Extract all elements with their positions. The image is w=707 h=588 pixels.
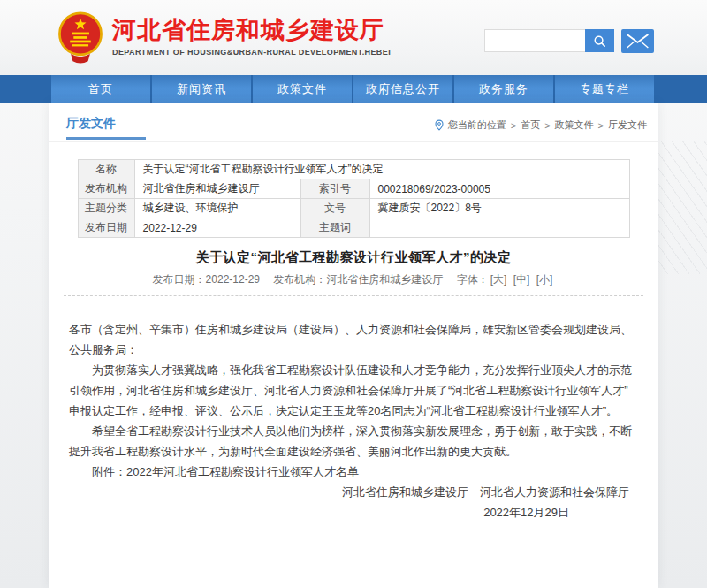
article-date: 2022年12月29日 xyxy=(69,502,638,523)
mail-icon xyxy=(626,33,650,50)
publisher-label: 发布机构： xyxy=(273,273,326,286)
nav-item-home[interactable]: 首页 xyxy=(51,75,150,103)
location-pin-icon xyxy=(435,119,444,131)
tab-department-documents[interactable]: 厅发文件 xyxy=(66,116,116,132)
meta-label-doc-number: 文号 xyxy=(300,199,369,218)
article-paragraph: 希望全省工程勘察设计行业技术人员以他们为榜样，深入贯彻落实新发展理念，勇于创新，… xyxy=(69,421,638,462)
meta-label-keywords: 主题词 xyxy=(300,218,369,238)
background-decoration xyxy=(658,141,707,274)
breadcrumb-policy[interactable]: 政策文件 xyxy=(555,118,594,132)
font-size-large-button[interactable]: [大] xyxy=(490,273,507,286)
content-card: 厅发文件 您当前的位置 > 首页 > 政策文件 > 厅发文件 名称 关于认定“河… xyxy=(49,103,658,588)
table-row: 发布日期 2022-12-29 主题词 xyxy=(78,218,629,238)
table-row: 发布机构 河北省住房和城乡建设厅 索引号 000218069/2023-0000… xyxy=(78,179,629,199)
tab-active-underline xyxy=(66,137,146,140)
meta-value-name: 关于认定“河北省工程勘察设计行业领军人才”的决定 xyxy=(134,160,629,179)
article-attachment: 附件：2022年河北省工程勘察设计行业领军人才名单 xyxy=(69,462,638,482)
meta-value-publish-date: 2022-12-29 xyxy=(134,218,300,238)
site-title: 河北省住房和城乡建设厅 xyxy=(112,18,391,44)
article-salutation: 各市（含定州、辛集市）住房和城乡建设局（建设局）、人力资源和社会保障局，雄安新区… xyxy=(69,319,638,360)
font-size-small-button[interactable]: [小] xyxy=(536,273,553,286)
mail-button[interactable] xyxy=(621,29,654,53)
meta-label-publish-date: 发布日期 xyxy=(78,218,134,238)
publish-date-label: 发布日期： xyxy=(153,273,206,286)
meta-value-publisher: 河北省住房和城乡建设厅 xyxy=(134,179,300,199)
font-size-medium-button[interactable]: [中] xyxy=(513,273,530,286)
breadcrumb-separator: > xyxy=(598,120,604,131)
search-input[interactable] xyxy=(484,29,585,52)
meta-value-doc-number: 冀建质安〔2022〕8号 xyxy=(369,199,629,218)
meta-value-index-number: 000218069/2023-00005 xyxy=(369,179,629,199)
search-button[interactable] xyxy=(585,29,614,52)
breadcrumb-prefix: 您当前的位置 xyxy=(448,118,506,132)
breadcrumb-home[interactable]: 首页 xyxy=(521,118,540,132)
article-title: 关于认定“河北省工程勘察设计行业领军人才”的决定 xyxy=(49,249,658,266)
document-meta-table: 名称 关于认定“河北省工程勘察设计行业领军人才”的决定 发布机构 河北省住房和城… xyxy=(78,159,630,238)
article-info-line: 发布日期：2022-12-29 发布机构：河北省住房和城乡建设厅 字体：[大] … xyxy=(49,272,658,287)
meta-label-publisher: 发布机构 xyxy=(78,179,134,199)
meta-label-category: 主题分类 xyxy=(78,199,134,218)
site-header: 河北省住房和城乡建设厅 DEPARTMENT OF HOUSING&URBAN-… xyxy=(0,0,707,75)
breadcrumb: 您当前的位置 > 首页 > 政策文件 > 厅发文件 xyxy=(435,118,647,132)
font-size-label: 字体： xyxy=(457,273,489,286)
national-emblem-icon xyxy=(55,10,106,65)
meta-value-category: 城乡建设、环境保护 xyxy=(134,199,300,218)
publisher-value: 河北省住房和城乡建设厅 xyxy=(326,273,443,286)
breadcrumb-separator: > xyxy=(544,120,550,131)
nav-item-services[interactable]: 政务服务 xyxy=(454,75,553,103)
article-body: 各市（含定州、辛集市）住房和城乡建设局（建设局）、人力资源和社会保障局，雄安新区… xyxy=(49,296,658,523)
meta-value-keywords xyxy=(369,218,629,238)
article-paragraph: 为贯彻落实人才强冀战略，强化我省工程勘察设计队伍建设和人才竞争能力，充分发挥行业… xyxy=(69,360,638,421)
table-row: 主题分类 城乡建设、环境保护 文号 冀建质安〔2022〕8号 xyxy=(78,199,629,218)
site-logo[interactable]: 河北省住房和城乡建设厅 DEPARTMENT OF HOUSING&URBAN-… xyxy=(55,10,391,65)
main-nav: 首页 新闻资讯 政策文件 政府信息公开 政务服务 专题专栏 xyxy=(0,75,707,103)
meta-label-index-number: 索引号 xyxy=(300,179,369,199)
site-subtitle: DEPARTMENT OF HOUSING&URBAN-RURAL DEVELO… xyxy=(112,48,391,57)
publish-date-value: 2022-12-29 xyxy=(206,273,260,286)
nav-item-policy[interactable]: 政策文件 xyxy=(253,75,352,103)
article-signature: 河北省住房和城乡建设厅 河北省人力资源和社会保障厅 xyxy=(69,482,638,502)
search-area xyxy=(484,29,654,52)
nav-item-gov-info[interactable]: 政府信息公开 xyxy=(354,75,452,103)
nav-item-special[interactable]: 专题专栏 xyxy=(555,75,654,103)
card-header: 厅发文件 您当前的位置 > 首页 > 政策文件 > 厅发文件 xyxy=(49,103,658,142)
search-icon xyxy=(593,34,606,48)
breadcrumb-separator: > xyxy=(511,120,516,131)
table-row: 名称 关于认定“河北省工程勘察设计行业领军人才”的决定 xyxy=(78,160,629,179)
nav-item-news[interactable]: 新闻资讯 xyxy=(152,75,251,103)
breadcrumb-current[interactable]: 厅发文件 xyxy=(608,118,647,132)
meta-label-name: 名称 xyxy=(78,160,134,179)
